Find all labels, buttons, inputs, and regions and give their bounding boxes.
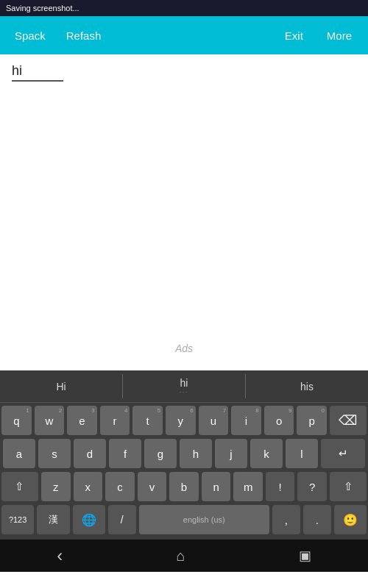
key-r[interactable]: r4 [100,406,130,435]
status-bar: Saving screenshot... [0,0,368,16]
main-text-input[interactable] [12,63,63,82]
keyboard-row-2: a s d f g h j k l ↵ [1,439,367,468]
key-shift-right[interactable]: ⇧ [330,472,367,501]
refash-button[interactable]: Refash [57,25,110,46]
ads-area: Ads [0,326,368,370]
keyboard: q1 w2 e3 r4 t5 y6 u7 i8 o9 p0 ⌫ a s d f … [0,403,368,539]
key-t[interactable]: t5 [132,406,163,435]
key-u[interactable]: u7 [199,406,229,435]
key-y[interactable]: y6 [166,406,196,435]
keyboard-row-4: ?123 漢 🌐 / English (US) , . 🙂 [1,505,367,534]
nav-home-button[interactable]: ⌂ [164,542,197,570]
content-spacer [0,231,368,326]
nav-bar: ‹ ⌂ ▣ [0,539,368,572]
ads-label: Ads [175,343,193,354]
exit-button[interactable]: Exit [275,25,314,46]
key-v[interactable]: v [138,472,167,501]
key-globe[interactable]: 🌐 [73,505,105,534]
key-h[interactable]: h [180,439,212,468]
key-z[interactable]: z [41,472,71,501]
suggestion-hi-lower[interactable]: hi ··· [122,374,246,398]
suggestion-hi-cap[interactable]: Hi [0,378,122,395]
key-f[interactable]: f [109,439,141,468]
key-g[interactable]: g [144,439,177,468]
key-d[interactable]: d [74,439,106,468]
key-kanji[interactable]: 漢 [37,505,69,534]
key-w[interactable]: w2 [35,406,65,435]
key-m[interactable]: m [233,472,263,501]
key-question[interactable]: ? [297,472,327,501]
key-i[interactable]: i8 [231,406,261,435]
key-p[interactable]: p0 [297,406,327,435]
key-num-sym[interactable]: ?123 [1,505,34,534]
key-emoji[interactable]: 🙂 [334,505,367,534]
key-x[interactable]: x [74,472,103,501]
suggestions-bar: Hi hi ··· his [0,370,368,403]
key-s[interactable]: s [38,439,71,468]
key-n[interactable]: n [202,472,231,501]
key-k[interactable]: k [250,439,283,468]
keyboard-row-3: ⇧ z x c v b n m ! ? ⇧ [1,472,367,501]
more-button[interactable]: More [316,25,362,46]
key-enter[interactable]: ↵ [321,439,365,468]
key-exclamation[interactable]: ! [266,472,295,501]
content-area [0,54,368,231]
nav-recents-button[interactable]: ▣ [287,542,323,570]
spack-button[interactable]: Spack [6,25,54,46]
key-l[interactable]: l [286,439,318,468]
key-e[interactable]: e3 [67,406,97,435]
keyboard-row-1: q1 w2 e3 r4 t5 y6 u7 i8 o9 p0 ⌫ [1,406,367,435]
suggestion-his[interactable]: his [246,378,368,395]
key-shift-left[interactable]: ⇧ [1,472,38,501]
key-c[interactable]: c [105,472,135,501]
key-space[interactable]: English (US) [139,505,269,534]
key-period[interactable]: . [303,505,331,534]
toolbar: Spack Refash Exit More [0,16,368,54]
key-b[interactable]: b [169,472,199,501]
key-j[interactable]: j [215,439,247,468]
key-a[interactable]: a [3,439,35,468]
key-o[interactable]: o9 [264,406,294,435]
key-comma[interactable]: , [272,505,300,534]
nav-back-button[interactable]: ‹ [45,539,74,572]
key-backspace[interactable]: ⌫ [330,406,367,435]
key-q[interactable]: q1 [1,406,32,435]
status-text: Saving screenshot... [6,4,79,12]
key-slash[interactable]: / [108,505,136,534]
